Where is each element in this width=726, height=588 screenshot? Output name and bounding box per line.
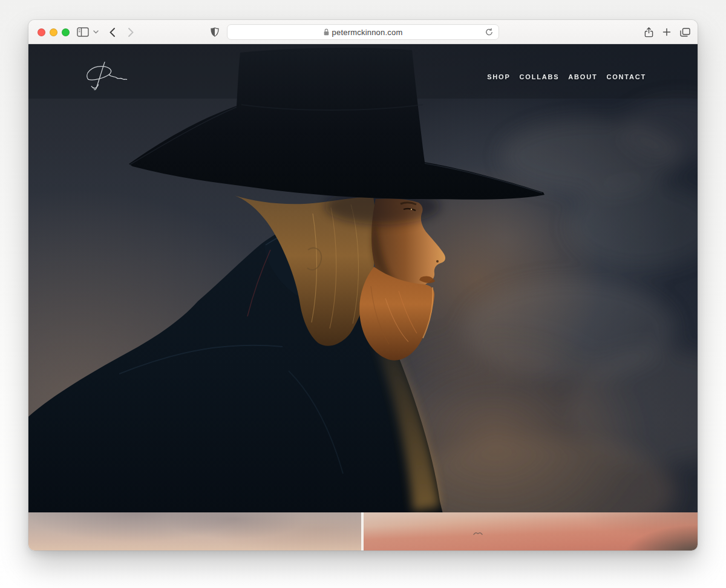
- nav-link-contact[interactable]: CONTACT: [606, 73, 646, 80]
- nav-link-about[interactable]: ABOUT: [568, 73, 597, 80]
- tab-overview-icon[interactable]: [680, 20, 690, 44]
- browser-toolbar: petermckinnon.com: [28, 20, 698, 44]
- nav-link-collabs[interactable]: COLLABS: [520, 73, 560, 80]
- nostril: [436, 260, 439, 263]
- site-navigation: SHOP COLLABS ABOUT CONTACT: [487, 73, 646, 80]
- lock-icon: [324, 28, 329, 36]
- minimize-button[interactable]: [50, 28, 57, 36]
- bird-silhouette: [473, 531, 483, 535]
- toolbar-right-icons: [644, 20, 690, 44]
- reload-icon[interactable]: [485, 28, 493, 39]
- back-icon[interactable]: [106, 20, 117, 44]
- privacy-shield-icon[interactable]: [209, 20, 221, 44]
- zoom-button[interactable]: [62, 28, 70, 36]
- browser-window: petermckinnon.com: [28, 20, 698, 550]
- sunset-photo-left: [28, 512, 361, 550]
- chevron-down-icon[interactable]: [91, 20, 100, 44]
- sidebar-icon[interactable]: [76, 20, 90, 44]
- share-icon[interactable]: [644, 20, 653, 44]
- signature-logo[interactable]: [80, 60, 129, 94]
- below-fold-strip: [28, 512, 698, 550]
- hero-section: SHOP COLLABS ABOUT CONTACT: [28, 44, 698, 512]
- address-bar[interactable]: petermckinnon.com: [227, 24, 499, 40]
- url-text: petermckinnon.com: [332, 28, 403, 37]
- hero-image: [28, 44, 698, 512]
- nav-link-shop[interactable]: SHOP: [487, 73, 510, 80]
- sunset-photo-right: [364, 512, 698, 550]
- forward-icon[interactable]: [125, 20, 136, 44]
- traffic-lights: [38, 28, 70, 36]
- close-button[interactable]: [38, 28, 45, 36]
- new-tab-icon[interactable]: [662, 20, 671, 44]
